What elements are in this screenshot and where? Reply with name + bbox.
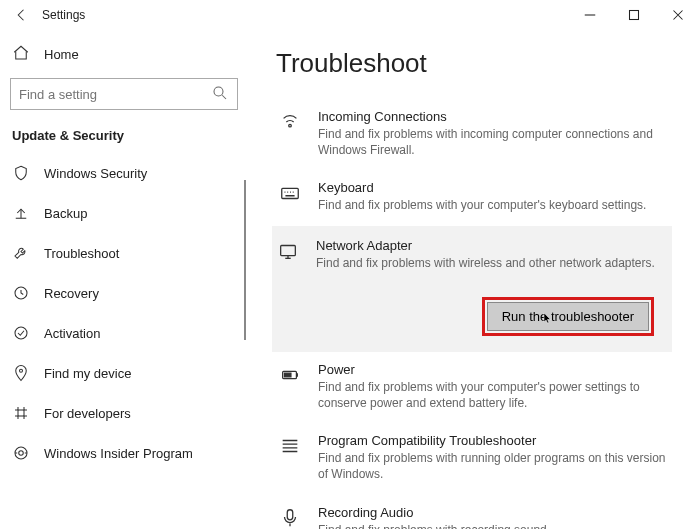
location-icon	[12, 364, 30, 382]
nav-troubleshoot[interactable]: Troubleshoot	[0, 233, 248, 273]
item-desc: Find and fix problems with your computer…	[318, 197, 666, 213]
window-title: Settings	[42, 8, 85, 22]
item-label: Program Compatibility Troubleshooter	[318, 433, 666, 448]
section-header: Update & Security	[0, 122, 248, 153]
svg-point-1	[214, 87, 223, 96]
main-pane: Troubleshoot Incoming Connections Find a…	[248, 30, 700, 529]
troubleshooter-program-compat[interactable]: Program Compatibility Troubleshooter Fin…	[276, 423, 672, 494]
svg-point-4	[20, 369, 23, 372]
program-compat-icon	[278, 435, 302, 459]
nav-label: Windows Security	[44, 166, 147, 181]
item-desc: Find and fix problems with recording sou…	[318, 522, 666, 530]
insider-icon	[12, 444, 30, 462]
search-icon	[211, 84, 229, 105]
item-desc: Find and fix problems with wireless and …	[316, 255, 662, 271]
item-desc: Find and fix problems with incoming comp…	[318, 126, 666, 158]
sidebar: Home Update & Security Windows Security …	[0, 30, 248, 529]
connections-icon	[278, 111, 302, 135]
nav-label: Recovery	[44, 286, 99, 301]
svg-rect-5	[18, 410, 24, 416]
item-label: Recording Audio	[318, 505, 666, 520]
highlight-frame: Run the troubleshooter	[482, 297, 654, 336]
item-label: Incoming Connections	[318, 109, 666, 124]
svg-rect-9	[282, 189, 299, 199]
home-icon	[12, 44, 30, 65]
nav-activation[interactable]: Activation	[0, 313, 248, 353]
nav-label: Backup	[44, 206, 87, 221]
troubleshooter-recording-audio[interactable]: Recording Audio Find and fix problems wi…	[276, 495, 672, 530]
shield-icon	[12, 164, 30, 182]
developers-icon	[12, 404, 30, 422]
troubleshooter-power[interactable]: Power Find and fix problems with your co…	[276, 352, 672, 423]
nav-find-my-device[interactable]: Find my device	[0, 353, 248, 393]
page-title: Troubleshoot	[276, 48, 672, 79]
nav-for-developers[interactable]: For developers	[0, 393, 248, 433]
item-label: Power	[318, 362, 666, 377]
activation-icon	[12, 324, 30, 342]
close-button[interactable]	[656, 1, 700, 29]
recovery-icon	[12, 284, 30, 302]
troubleshooter-keyboard[interactable]: Keyboard Find and fix problems with your…	[276, 170, 672, 225]
item-desc: Find and fix problems with your computer…	[318, 379, 666, 411]
svg-point-8	[289, 124, 292, 127]
svg-rect-12	[285, 373, 291, 377]
home-label: Home	[44, 47, 79, 62]
svg-rect-13	[287, 509, 293, 519]
power-icon	[278, 364, 302, 388]
svg-point-3	[15, 327, 27, 339]
item-label: Keyboard	[318, 180, 666, 195]
backup-icon	[12, 204, 30, 222]
minimize-button[interactable]	[568, 1, 612, 29]
troubleshoot-icon	[12, 244, 30, 262]
nav-windows-security[interactable]: Windows Security	[0, 153, 248, 193]
network-adapter-icon	[276, 240, 300, 264]
back-button[interactable]	[8, 1, 36, 29]
nav-label: Windows Insider Program	[44, 446, 193, 461]
troubleshooter-incoming-connections[interactable]: Incoming Connections Find and fix proble…	[276, 99, 672, 170]
nav-recovery[interactable]: Recovery	[0, 273, 248, 313]
nav-backup[interactable]: Backup	[0, 193, 248, 233]
sidebar-scrollbar[interactable]	[244, 180, 246, 340]
search-input[interactable]	[19, 87, 211, 102]
nav-windows-insider[interactable]: Windows Insider Program	[0, 433, 248, 473]
item-desc: Find and fix problems with running older…	[318, 450, 666, 482]
nav-label: For developers	[44, 406, 131, 421]
nav-label: Find my device	[44, 366, 131, 381]
button-label: Run the troubleshooter	[502, 309, 634, 324]
troubleshooter-network-adapter[interactable]: Network Adapter Find and fix problems wi…	[272, 226, 672, 352]
svg-point-7	[19, 451, 24, 456]
home-nav[interactable]: Home	[0, 36, 248, 72]
nav-label: Troubleshoot	[44, 246, 119, 261]
maximize-button[interactable]	[612, 1, 656, 29]
search-box[interactable]	[10, 78, 238, 110]
run-troubleshooter-button[interactable]: Run the troubleshooter	[487, 302, 649, 331]
nav-label: Activation	[44, 326, 100, 341]
svg-rect-0	[630, 11, 639, 20]
keyboard-icon	[278, 182, 302, 206]
item-label: Network Adapter	[316, 238, 662, 253]
svg-rect-10	[281, 245, 296, 255]
microphone-icon	[278, 507, 302, 530]
